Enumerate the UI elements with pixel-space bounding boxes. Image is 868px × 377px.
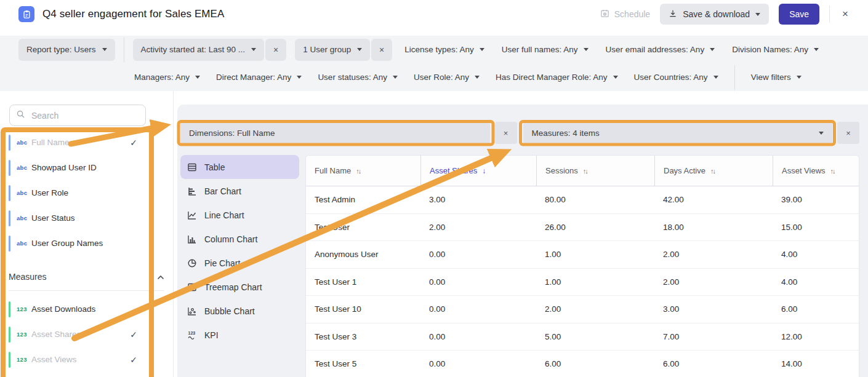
dimensions-dropdown-label: Dimensions: Full Name [189, 129, 275, 138]
save-and-download-button[interactable]: Save & download [660, 4, 769, 25]
treemap-chart-icon [187, 282, 198, 292]
table-cell: 12.00 [773, 323, 859, 351]
table-header-row: Full Name ↑↓ Asset Shares ↓ Sessions ↑↓ … [306, 156, 859, 186]
column-header-asset-views[interactable]: Asset Views ↑↓ [773, 156, 859, 186]
filter-row-1: Report type: Users Activity started at: … [18, 36, 850, 63]
dimensions-dropdown[interactable]: Dimensions: Full Name [180, 122, 490, 144]
visualization-area: Table Bar Chart Line Chart Column Chart … [180, 155, 859, 377]
chart-type-column-chart[interactable]: Column Chart [180, 227, 299, 251]
chart-type-line-chart[interactable]: Line Chart [180, 203, 299, 227]
column-header-label: Days Active [664, 166, 705, 175]
remove-activity-filter-button[interactable]: × [265, 39, 286, 61]
user-role-dropdown[interactable]: User Role: Any [414, 73, 480, 82]
save-and-download-label: Save & download [683, 9, 750, 19]
user-statuses-dropdown[interactable]: User statuses: Any [318, 73, 398, 82]
results-table: Full Name ↑↓ Asset Shares ↓ Sessions ↑↓ … [305, 155, 859, 377]
view-filters-label: View filters [751, 73, 791, 82]
report-canvas: Dimensions: Full Name × Measures: 4 item… [177, 105, 868, 377]
activity-filter-dropdown[interactable]: Activity started at: Last 90 ... [133, 39, 265, 61]
chart-type-list: Table Bar Chart Line Chart Column Chart … [180, 155, 299, 377]
table-cell: 42.00 [654, 186, 773, 213]
sidebar-item-user-status[interactable]: abc User Status [0, 205, 173, 231]
column-header-sessions[interactable]: Sessions ↑↓ [536, 156, 654, 186]
schedule-button[interactable]: Schedule [600, 9, 650, 20]
sidebar-item-asset-shares[interactable]: 123 Asset Shares ✓ [0, 322, 173, 347]
user-group-filter-dropdown[interactable]: 1 User group [295, 39, 370, 61]
user-countries-dropdown[interactable]: User Countries: Any [634, 73, 718, 82]
remove-user-group-filter-button[interactable]: × [371, 39, 392, 61]
sort-icon[interactable]: ↑↓ [830, 167, 835, 175]
table-icon [187, 162, 198, 172]
report-type-dropdown[interactable]: Report type: Users [18, 39, 115, 61]
remove-measures-button[interactable]: × [837, 122, 859, 144]
view-filters-dropdown[interactable]: View filters [751, 73, 802, 82]
chart-type-pie-chart[interactable]: Pie Chart [180, 251, 299, 275]
sort-icon[interactable]: ↑↓ [356, 167, 360, 175]
text-type-icon: abc [17, 139, 31, 146]
sidebar-item-label: Asset Downloads [31, 304, 95, 314]
chart-type-label: Column Chart [204, 234, 257, 244]
sidebar-item-asset-views[interactable]: 123 Asset Views ✓ [0, 347, 173, 372]
report-builder-window: Q4 seller engagement for Sales EMEA Sche… [0, 0, 868, 377]
number-type-icon: 123 [17, 306, 31, 312]
user-full-names-dropdown[interactable]: User full names: Any [502, 45, 589, 54]
managers-dropdown[interactable]: Managers: Any [134, 73, 200, 82]
table-cell: 4.00 [773, 241, 859, 268]
sidebar-item-showpad-user-id[interactable]: abc Showpad User ID [0, 155, 173, 180]
sort-icon[interactable]: ↑↓ [583, 167, 587, 175]
has-direct-manager-role-dropdown[interactable]: Has Direct Manager Role: Any [496, 73, 618, 82]
column-header-label: Sessions [545, 166, 578, 175]
sort-desc-icon[interactable]: ↓ [482, 167, 486, 175]
user-group-filter-group: 1 User group × [295, 39, 392, 61]
measures-dropdown[interactable]: Measures: 4 items [523, 122, 833, 144]
chart-type-bubble-chart[interactable]: Bubble Chart [180, 299, 299, 323]
direct-manager-dropdown[interactable]: Direct Manager: Any [216, 73, 302, 82]
save-label: Save [789, 9, 809, 19]
chevron-down-icon [613, 76, 618, 79]
chart-type-kpi[interactable]: 123 KPI [180, 323, 299, 347]
chart-type-treemap-chart[interactable]: Treemap Chart [180, 275, 299, 299]
search-icon [16, 109, 25, 121]
dimensions-list: abc Full Name ✓ abc Showpad User ID abc … [0, 130, 173, 377]
sidebar-item-label: User Status [31, 213, 75, 223]
column-header-full-name[interactable]: Full Name ↑↓ [306, 156, 420, 186]
user-email-addresses-dropdown[interactable]: User email addresses: Any [606, 45, 715, 54]
activity-filter-group: Activity started at: Last 90 ... × [133, 39, 287, 61]
remove-dimensions-button[interactable]: × [495, 122, 517, 144]
table-cell: 4.00 [773, 269, 859, 296]
chevron-down-icon [475, 76, 480, 79]
sidebar-item-asset-downloads[interactable]: 123 Asset Downloads [0, 296, 173, 322]
measures-section-header[interactable]: Measures [9, 271, 164, 283]
sidebar-item-full-name[interactable]: abc Full Name ✓ [0, 130, 173, 155]
table-cell: 5.00 [536, 323, 654, 351]
table-row: Test User 3 0.00 5.00 7.00 12.00 [306, 323, 859, 351]
table-cell: 15.00 [773, 214, 859, 241]
sidebar-item-user-group-names[interactable]: abc User Group Names [0, 231, 173, 256]
sort-icon[interactable]: ↑↓ [710, 167, 715, 175]
sidebar-item-partial[interactable] [0, 372, 173, 377]
svg-text:123: 123 [188, 331, 196, 335]
search-input[interactable] [31, 111, 130, 121]
chevron-down-icon [819, 132, 824, 135]
table-row: Test User 5 0.00 6.00 6.00 14.00 [306, 351, 859, 377]
column-header-asset-shares[interactable]: Asset Shares ↓ [420, 156, 536, 186]
chart-type-bar-chart[interactable]: Bar Chart [180, 179, 299, 203]
column-header-days-active[interactable]: Days Active ↑↓ [654, 156, 773, 186]
sidebar-item-label: User Role [31, 188, 68, 197]
sidebar-item-label: Full Name [31, 138, 70, 147]
table-cell: Anonymous User [306, 241, 420, 268]
table-cell: 3.00 [420, 186, 536, 213]
chevron-down-icon [480, 48, 484, 51]
kpi-icon: 123 [187, 330, 198, 340]
bar-chart-icon [187, 186, 198, 196]
chevron-down-icon [195, 76, 200, 79]
close-icon[interactable]: × [840, 8, 851, 20]
drag-handle [9, 301, 10, 317]
license-types-dropdown[interactable]: License types: Any [404, 45, 484, 54]
table-cell: 2.00 [654, 241, 773, 268]
chart-type-table[interactable]: Table [180, 155, 299, 179]
division-names-dropdown[interactable]: Division Names: Any [732, 45, 819, 54]
sidebar-item-user-role[interactable]: abc User Role [0, 180, 173, 205]
save-button[interactable]: Save [779, 4, 819, 25]
search-box[interactable] [9, 105, 146, 126]
